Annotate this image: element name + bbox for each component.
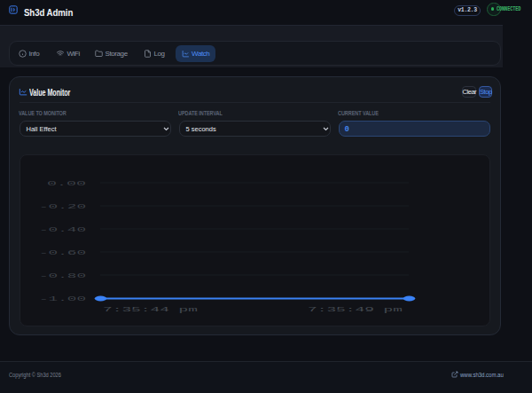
svg-text:-0.20: -0.20 bbox=[39, 203, 87, 210]
svg-text:7:35:44 pm: 7:35:44 pm bbox=[103, 306, 199, 313]
svg-text:-1.00: -1.00 bbox=[39, 295, 87, 303]
svg-text:0.00: 0.00 bbox=[47, 180, 87, 187]
svg-text:7:35:49 pm: 7:35:49 pm bbox=[308, 306, 403, 313]
svg-text:-0.60: -0.60 bbox=[39, 249, 87, 256]
svg-text:-0.80: -0.80 bbox=[39, 272, 87, 279]
svg-text:-0.40: -0.40 bbox=[39, 226, 87, 233]
